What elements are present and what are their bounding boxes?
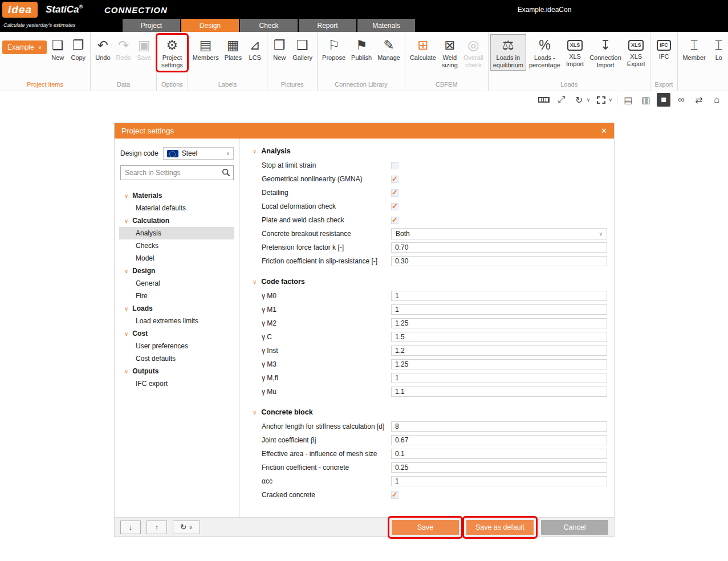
design-code-select[interactable]: Steel ∨ — [163, 147, 234, 160]
move-down-button[interactable]: ↓ — [120, 521, 141, 534]
tree-item-loads[interactable]: ∨Loads — [119, 302, 234, 315]
check-icon: ✓ — [392, 491, 398, 498]
members-button[interactable]: ▤Members — [190, 35, 221, 63]
input-pretension-force-factor-k[interactable] — [391, 242, 607, 253]
setting-row-friction-coefficient-concrete: Friction coefficient - concrete — [253, 461, 607, 474]
view-toolbar: ⤢↻∨∨▤▥■∞⇄⌂ — [0, 91, 728, 108]
ifc-button[interactable]: IFCIFC — [654, 35, 674, 62]
move-up-button[interactable]: ↑ — [147, 521, 167, 534]
setting-label: Plate and weld clash check — [253, 216, 391, 224]
loads-in-equilibrium-button[interactable]: ⚖Loads in equilibrium — [491, 35, 526, 70]
checkbox-plate-and-weld-clash-check[interactable]: ✓ — [391, 217, 398, 224]
input-m-fi[interactable] — [391, 373, 607, 383]
input-m1[interactable] — [391, 304, 607, 315]
tree-item-load-extremes-limits[interactable]: Load extremes limits — [119, 315, 234, 327]
tree-item-material-defaults[interactable]: Material defaults — [119, 202, 234, 214]
measure-icon[interactable] — [537, 93, 551, 107]
input-cc[interactable] — [391, 476, 607, 486]
rotate-view-icon[interactable]: ↻ — [572, 93, 586, 107]
section-title: Concrete block — [261, 408, 312, 416]
tree-item-ifc-export[interactable]: IFC export — [119, 377, 234, 390]
view-wireframe-icon[interactable]: ▤ — [621, 93, 635, 107]
chevron-down-icon[interactable]: ∨ — [587, 97, 591, 103]
calculate-button[interactable]: ⊞Calculate — [408, 35, 438, 63]
project-settings-button[interactable]: ⚙Project settings — [159, 35, 185, 70]
input-anchor-length-for-stiffness-calculation-d[interactable] — [391, 421, 607, 432]
publish-button[interactable]: ⚑Publish — [349, 35, 374, 63]
undo-button[interactable]: ↶Undo — [93, 35, 112, 63]
input-m3[interactable] — [391, 359, 607, 369]
xls-import-button[interactable]: XLSXLS Import — [564, 35, 586, 69]
input-inst[interactable] — [391, 345, 607, 356]
gallery-button[interactable]: ❑Gallery — [290, 35, 315, 63]
lo-button[interactable]: ⌶Lo — [709, 35, 728, 63]
tree-item-fire[interactable]: Fire — [119, 290, 234, 302]
input-friction-coefficient-concrete[interactable] — [391, 462, 607, 473]
home-view-icon[interactable]: ⌂ — [710, 93, 723, 107]
example-button[interactable]: Example∨ — [2, 40, 47, 54]
select-concrete-breakout-resistance[interactable]: Both∨ — [391, 228, 607, 239]
tree-item-cost-defaults[interactable]: Cost defaults — [119, 352, 234, 365]
tree-item-checks[interactable]: Checks — [119, 239, 234, 252]
tree-item-materials[interactable]: ∨Materials — [119, 189, 234, 202]
search-input[interactable] — [120, 165, 234, 180]
redo-icon: ↷ — [118, 36, 129, 54]
input-mu[interactable] — [391, 387, 607, 397]
tree-item-cost[interactable]: ∨Cost — [119, 327, 234, 340]
checkbox-geometrical-nonlinearity-gmna[interactable]: ✓ — [391, 176, 398, 183]
save-as-default-button[interactable]: Save as default — [466, 520, 534, 535]
tab-project[interactable]: Project — [123, 19, 180, 32]
checkbox-detailing[interactable]: ✓ — [391, 189, 398, 197]
copy-button[interactable]: ❐Copy — [68, 35, 88, 63]
chevron-down-icon: ∨ — [124, 268, 128, 274]
tree-item-design[interactable]: ∨Design — [119, 265, 234, 277]
loads-percentage-button[interactable]: %Loads - percentage — [527, 35, 563, 70]
lcs-button[interactable]: ⊿LCS — [245, 35, 265, 63]
section-header: ∨Analysis — [253, 144, 607, 158]
checkbox-stop-at-limit-strain[interactable] — [391, 162, 398, 169]
tab-check[interactable]: Check — [240, 19, 298, 32]
mirror-view-icon[interactable]: ⇄ — [692, 93, 706, 107]
tree-item-outputs[interactable]: ∨Outputs — [119, 365, 234, 377]
checkbox-cracked-concrete[interactable]: ✓ — [391, 491, 398, 499]
input-friction-coefficient-in-slip-resistance[interactable] — [391, 256, 607, 266]
tab-design[interactable]: Design — [181, 19, 239, 32]
cancel-button[interactable]: Cancel — [541, 520, 608, 535]
chevron-down-icon[interactable]: ∨ — [608, 97, 612, 103]
input-joint-coefficient-j[interactable] — [391, 435, 607, 445]
setting-row-cracked-concrete: Cracked concrete✓ — [253, 488, 607, 502]
input-effective-area-influence-of-mesh-size[interactable] — [391, 449, 607, 459]
close-icon[interactable]: ✕ — [601, 127, 607, 135]
chevron-down-icon: ∨ — [253, 148, 257, 155]
xls-export-button[interactable]: XLSXLS Export — [625, 35, 648, 69]
ribbon-group-loads: ⚖Loads in equilibrium%Loads - percentage… — [489, 32, 650, 91]
weld-sizing-button[interactable]: ⊠Weld sizing — [440, 35, 460, 70]
plates-button[interactable]: ▦Plates — [222, 35, 245, 63]
section-box-icon[interactable] — [594, 93, 608, 107]
tab-materials[interactable]: Materials — [357, 19, 415, 32]
reset-button[interactable]: ↻∨ — [173, 521, 200, 534]
tree-item-user-preferences[interactable]: User preferences — [119, 340, 234, 352]
connection-import-button[interactable]: ↧Connection Import — [587, 35, 624, 70]
view-transparent-icon[interactable]: ∞ — [674, 93, 688, 107]
fit-view-icon[interactable]: ⤢ — [555, 93, 568, 107]
new-button[interactable]: ❒New — [270, 35, 289, 63]
view-solid-icon[interactable]: ■ — [657, 93, 670, 107]
manage-button[interactable]: ✎Manage — [375, 35, 402, 63]
input-m2[interactable] — [391, 318, 607, 328]
gear-icon: ⚙ — [166, 36, 178, 54]
input-c[interactable] — [391, 332, 607, 342]
tab-report[interactable]: Report — [299, 19, 356, 32]
new-button[interactable]: ❏New — [48, 35, 67, 63]
tree-item-calculation[interactable]: ∨Calculation — [119, 214, 234, 227]
checkbox-local-deformation-check[interactable]: ✓ — [391, 203, 398, 210]
input-m0[interactable] — [391, 291, 607, 301]
app-name: CONNECTION — [104, 5, 168, 15]
propose-button[interactable]: ⚐Propose — [320, 35, 348, 63]
member-button[interactable]: ⌶Member — [680, 35, 707, 63]
view-hidden-lines-icon[interactable]: ▥ — [639, 93, 653, 107]
save-button[interactable]: Save — [392, 520, 459, 535]
tree-item-analysis[interactable]: Analysis — [119, 227, 234, 239]
tree-item-general[interactable]: General — [119, 277, 234, 290]
tree-item-model[interactable]: Model — [119, 252, 234, 265]
